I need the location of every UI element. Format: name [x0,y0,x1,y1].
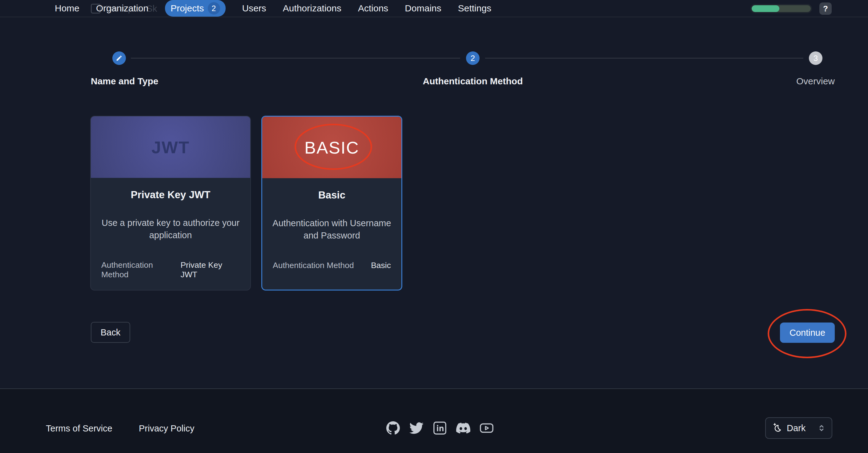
pencil-icon [116,55,123,62]
theme-selector[interactable]: Dark [765,417,832,439]
nav-item-users[interactable]: Users [242,3,266,13]
card-meta-row: Authentication Method Basic [273,261,391,270]
social-icons [386,421,494,435]
nav-item-actions[interactable]: Actions [358,3,388,13]
meta-value: Private Key JWT [180,260,240,280]
nav-item-projects[interactable]: Projects 2 [165,0,225,17]
step-1-circle[interactable] [112,52,126,65]
footer-links: Terms of Service Privacy Policy [46,423,194,433]
meta-label: Authentication Method [101,260,180,280]
card-description: Use a private key to authorize your appl… [94,217,247,241]
step-3-number: 3 [813,54,818,63]
card-description: Authentication with Username and Passwor… [266,217,398,241]
nav-list: Home Organization Projects 2 Users Autho… [55,0,491,17]
step-2-number: 2 [471,54,475,63]
card-title: Basic [262,189,401,201]
stepper-connector-1 [131,58,460,59]
continue-button[interactable]: Continue [780,323,835,343]
privacy-policy-link[interactable]: Privacy Policy [139,423,194,433]
twitter-icon[interactable] [409,421,424,435]
projects-count-badge: 2 [208,2,220,14]
card-basic[interactable]: BASIC Basic Authentication with Username… [261,116,402,291]
nav-item-home[interactable]: Home [55,3,80,13]
nav-item-organization[interactable]: Organization [96,3,148,13]
github-icon[interactable] [386,421,400,435]
stepper-connector-2 [485,58,803,59]
step-2-circle[interactable]: 2 [466,52,479,65]
card-meta-row: Authentication Method Private Key JWT [101,260,240,280]
jwt-banner: JWT [91,116,250,178]
onboarding-progress-bar [750,4,812,13]
back-button[interactable]: Back [91,322,130,343]
moon-icon [771,423,782,433]
discord-icon[interactable] [456,421,470,435]
nav-item-authorizations[interactable]: Authorizations [283,3,341,13]
meta-label: Authentication Method [273,261,354,270]
terms-of-service-link[interactable]: Terms of Service [46,423,112,433]
card-title: Private Key JWT [91,189,250,201]
linkedin-icon[interactable] [433,421,447,435]
theme-selected-value: Dark [787,423,806,433]
basic-banner: BASIC [262,117,401,178]
nav-item-settings[interactable]: Settings [458,3,491,13]
step-3-circle[interactable]: 3 [809,52,823,65]
top-nav: I'm a pro. Sk d. Home Organization Proje… [0,0,868,17]
nav-item-domains[interactable]: Domains [405,3,441,13]
nav-item-projects-label: Projects [170,3,204,13]
help-button[interactable]: ? [819,2,832,15]
youtube-icon[interactable] [479,421,494,435]
step-2-label: Authentication Method [423,76,523,87]
step-1-label: Name and Type [91,76,158,87]
step-3-label: Overview [796,76,835,87]
card-private-key-jwt[interactable]: JWT Private Key JWT Use a private key to… [90,116,251,291]
footer: Terms of Service Privacy Policy Dark [0,388,868,453]
chevron-up-down-icon [817,423,826,433]
progress-fill [752,5,779,12]
meta-value: Basic [371,261,391,270]
